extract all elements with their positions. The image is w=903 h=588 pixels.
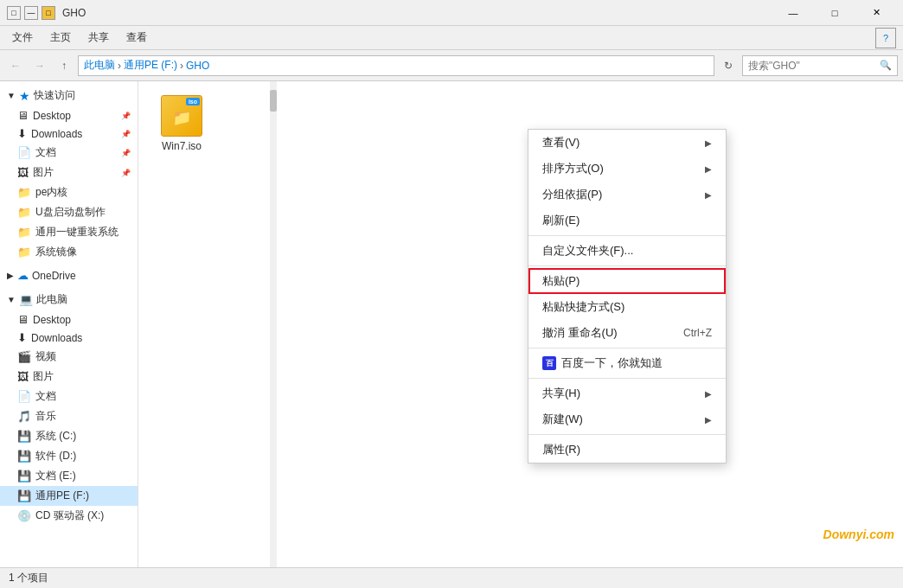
tb-icon-1: □ <box>7 6 21 20</box>
forward-button[interactable]: → <box>29 55 50 76</box>
folder-yellow: 📁 <box>172 108 191 127</box>
video-icon: 🎬 <box>17 350 31 363</box>
main-area: ▼ ★ 快速访问 🖥 Desktop 📌 ⬇ Downloads 📌 📄 文档 … <box>0 81 903 567</box>
thispc-label: 此电脑 <box>36 292 67 307</box>
sidebar-item-desktop-quick[interactable]: 🖥 Desktop 📌 <box>0 106 138 125</box>
search-box[interactable]: 🔍 <box>742 55 898 76</box>
pin-icon-4: 📌 <box>121 169 131 177</box>
breadcrumb-drive[interactable]: 通用PE (F:) <box>124 58 177 73</box>
cm-view-arrow: ▶ <box>705 138 712 148</box>
downloads-icon: ⬇ <box>17 127 27 140</box>
up-button[interactable]: ↑ <box>54 55 74 76</box>
sidebar-scrollbar-thumb[interactable] <box>270 90 277 112</box>
sidebar-item-video-pc[interactable]: 🎬 视频 <box>0 347 138 367</box>
title-bar: □ — □ GHO — □ ✕ <box>0 0 903 26</box>
onedrive-arrow: ▶ <box>7 271 14 280</box>
back-button[interactable]: ← <box>5 55 26 76</box>
cm-sort-arrow: ▶ <box>705 164 712 174</box>
sidebar-item-x-drive[interactable]: 💿 CD 驱动器 (X:) <box>0 506 138 526</box>
file-item-win7iso[interactable]: iso 📁 Win7.iso <box>147 90 216 157</box>
cm-undo-shortcut: Ctrl+Z <box>683 327 712 339</box>
cm-share-arrow: ▶ <box>705 389 712 399</box>
cm-new[interactable]: 新建(W) ▶ <box>528 406 726 432</box>
sidebar-item-downloads-pc[interactable]: ⬇ Downloads <box>0 329 138 347</box>
cm-paste[interactable]: 粘贴(P) <box>528 268 726 294</box>
cm-share[interactable]: 共享(H) ▶ <box>528 380 726 406</box>
menu-home[interactable]: 主页 <box>42 27 80 48</box>
folder-icon-1: 📁 <box>17 186 31 199</box>
drive-c-icon: 💾 <box>17 430 31 443</box>
thispc-header[interactable]: ▼ 💻 此电脑 <box>0 289 138 310</box>
sidebar-item-e-drive[interactable]: 💾 文档 (E:) <box>0 466 138 486</box>
drive-d-icon: 💾 <box>17 450 31 463</box>
sidebar-item-desktop-pc[interactable]: 🖥 Desktop <box>0 310 138 329</box>
iso-icon: iso 📁 <box>161 95 202 137</box>
help-button[interactable]: ? <box>875 28 896 48</box>
cm-group[interactable]: 分组依据(P) ▶ <box>528 182 726 208</box>
menu-view[interactable]: 查看 <box>118 27 156 48</box>
sidebar-item-downloads-quick[interactable]: ⬇ Downloads 📌 <box>0 125 138 143</box>
sidebar-item-music-pc[interactable]: 🎵 音乐 <box>0 406 138 426</box>
sidebar-item-udisk[interactable]: 📁 U盘启动盘制作 <box>0 202 138 222</box>
menu-share[interactable]: 共享 <box>80 27 118 48</box>
breadcrumb-thispc[interactable]: 此电脑 <box>84 58 115 73</box>
pin-icon: 📌 <box>121 112 131 120</box>
cm-refresh[interactable]: 刷新(E) <box>528 208 726 233</box>
cm-customize[interactable]: 自定义文件夹(F)... <box>528 238 726 264</box>
breadcrumb-gho[interactable]: GHO <box>186 60 209 72</box>
folder-icon-2: 📁 <box>17 206 31 219</box>
sidebar: ▼ ★ 快速访问 🖥 Desktop 📌 ⬇ Downloads 📌 📄 文档 … <box>0 81 138 567</box>
maximize-button[interactable]: □ <box>815 0 855 26</box>
title-bar-controls[interactable]: — □ ✕ <box>773 0 896 26</box>
sidebar-item-f-drive[interactable]: 💾 通用PE (F:) <box>0 486 138 506</box>
title-bar-icons: □ — □ GHO <box>7 6 86 20</box>
menu-bar: 文件 主页 共享 查看 ? <box>0 26 903 50</box>
cm-view[interactable]: 查看(V) ▶ <box>528 130 726 156</box>
folder-icon-3: 📁 <box>17 226 31 239</box>
tb-icon-2: — <box>24 6 38 20</box>
sidebar-item-pictures-pc[interactable]: 🖼 图片 <box>0 367 138 387</box>
quick-access-star-icon: ★ <box>19 89 30 103</box>
minimize-button[interactable]: — <box>773 0 813 26</box>
menu-file[interactable]: 文件 <box>3 27 42 48</box>
desktop-icon: 🖥 <box>17 109 29 122</box>
sidebar-item-d-drive[interactable]: 💾 软件 (D:) <box>0 446 138 466</box>
sidebar-item-pictures-quick[interactable]: 🖼 图片 📌 <box>0 163 138 182</box>
address-path[interactable]: 此电脑 › 通用PE (F:) › GHO <box>78 55 714 76</box>
sidebar-item-docs-quick[interactable]: 📄 文档 📌 <box>0 143 138 163</box>
cm-undo[interactable]: 撤消 重命名(U) Ctrl+Z <box>528 320 726 346</box>
cm-properties[interactable]: 属性(R) <box>528 437 726 463</box>
thispc-section: ▼ 💻 此电脑 🖥 Desktop ⬇ Downloads 🎬 视频 🖼 图片 <box>0 289 138 526</box>
pin-icon-2: 📌 <box>121 130 131 138</box>
quick-access-header[interactable]: ▼ ★ 快速访问 <box>0 85 138 106</box>
cm-sort[interactable]: 排序方式(O) ▶ <box>528 156 726 182</box>
pictures-icon: 🖼 <box>17 166 29 179</box>
desktop-icon-pc: 🖥 <box>17 313 29 326</box>
close-button[interactable]: ✕ <box>856 0 896 26</box>
context-menu: 查看(V) ▶ 排序方式(O) ▶ 分组依据(P) ▶ 刷新(E) 自定义文件夹… <box>528 129 727 463</box>
onedrive-label: OneDrive <box>32 270 76 282</box>
refresh-button[interactable]: ↻ <box>718 55 739 76</box>
sidebar-item-c-drive[interactable]: 💾 系统 (C:) <box>0 426 138 446</box>
sidebar-scrollbar[interactable] <box>270 81 277 567</box>
quick-access-section: ▼ ★ 快速访问 🖥 Desktop 📌 ⬇ Downloads 📌 📄 文档 … <box>0 85 138 262</box>
cm-group-arrow: ▶ <box>705 190 712 200</box>
file-area: iso 📁 Win7.iso 查看(V) ▶ 排序方式(O) ▶ 分组依据(P)… <box>138 81 903 567</box>
search-input[interactable] <box>748 60 880 72</box>
docs-icon: 📄 <box>17 146 31 159</box>
onedrive-header[interactable]: ▶ ☁ OneDrive <box>0 265 138 285</box>
quick-access-arrow: ▼ <box>7 91 16 100</box>
onedrive-section: ▶ ☁ OneDrive <box>0 265 138 285</box>
cm-baidu[interactable]: 百 百度一下，你就知道 <box>528 350 726 376</box>
thispc-icon: 💻 <box>19 293 33 306</box>
cm-sep-3 <box>528 348 726 348</box>
music-icon: 🎵 <box>17 410 31 423</box>
sidebar-item-pekernel[interactable]: 📁 pe内核 <box>0 182 138 202</box>
cm-paste-shortcut[interactable]: 粘贴快捷方式(S) <box>528 294 726 320</box>
sidebar-item-docs-pc[interactable]: 📄 文档 <box>0 387 138 406</box>
watermark: Downyi.com <box>823 527 894 541</box>
sidebar-item-reinstall[interactable]: 📁 通用一键重装系统 <box>0 222 138 242</box>
sidebar-item-sysimage[interactable]: 📁 系统镜像 <box>0 242 138 262</box>
file-icon-wrapper: iso 📁 <box>161 95 202 137</box>
cm-new-arrow: ▶ <box>705 415 712 425</box>
